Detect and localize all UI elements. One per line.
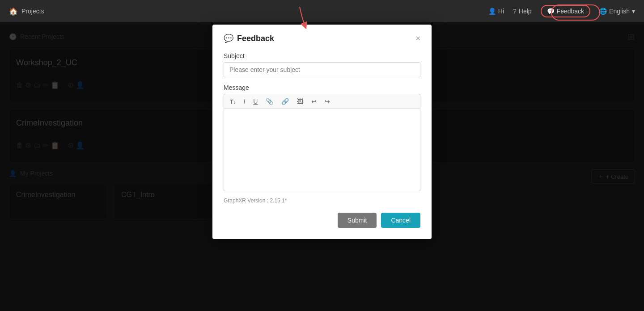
message-section: Message T↕ I U 📎 🔗 🖼 ↩ (224, 84, 420, 193)
language-nav-item[interactable]: 🌐 English ▾ (599, 8, 635, 15)
globe-icon: 🌐 (599, 8, 607, 15)
modal-feedback-icon: 💬 (224, 34, 233, 43)
submit-button[interactable]: Submit (338, 213, 377, 228)
brand-label[interactable]: Projects (21, 8, 44, 15)
help-nav-item[interactable]: ? Help (513, 8, 532, 15)
image-button[interactable]: 🖼 (296, 97, 305, 106)
italic-button[interactable]: I (242, 97, 246, 106)
help-icon: ? (513, 8, 517, 15)
feedback-modal: 💬 Feedback × Subject Message T↕ I U 📎 🔗 (212, 25, 432, 239)
user-icon: 👤 (488, 8, 496, 15)
nav-left: 🏠 Projects (9, 7, 44, 16)
modal-title: 💬 Feedback (224, 34, 274, 43)
top-nav: 🏠 Projects 👤 Hi ? Help 💬 Feedback 🌐 Engl… (0, 0, 644, 22)
language-label: English (609, 8, 630, 15)
feedback-icon: 💬 (547, 8, 555, 15)
italic-icon: I (243, 98, 245, 105)
image-icon: 🖼 (297, 98, 303, 105)
link-button[interactable]: 🔗 (280, 97, 290, 106)
redo-button[interactable]: ↪ (323, 97, 331, 106)
message-label: Message (224, 84, 420, 91)
hi-nav-item[interactable]: 👤 Hi (488, 8, 504, 15)
attachment-button[interactable]: 📎 (264, 97, 275, 106)
hi-label: Hi (498, 8, 504, 15)
format-button[interactable]: T↕ (229, 97, 237, 106)
link-icon: 🔗 (281, 98, 289, 105)
modal-title-text: Feedback (237, 34, 274, 43)
undo-icon: ↩ (311, 98, 317, 105)
subject-input[interactable] (224, 62, 420, 77)
chevron-down-icon: ▾ (632, 8, 635, 15)
undo-button[interactable]: ↩ (310, 97, 318, 106)
underline-icon: U (253, 98, 258, 105)
redo-icon: ↪ (325, 98, 330, 105)
modal-footer: Submit Cancel (224, 213, 420, 228)
message-textarea[interactable] (224, 109, 420, 191)
subject-label: Subject (224, 52, 420, 59)
feedback-nav-item[interactable]: 💬 Feedback (541, 5, 590, 17)
paperclip-icon: 📎 (266, 98, 273, 105)
help-label: Help (519, 8, 532, 15)
nav-right: 👤 Hi ? Help 💬 Feedback 🌐 English ▾ (488, 5, 635, 17)
format-icon: T (230, 98, 233, 105)
home-icon: 🏠 (9, 7, 18, 16)
modal-close-button[interactable]: × (415, 34, 420, 42)
underline-button[interactable]: U (252, 97, 259, 106)
cancel-button[interactable]: Cancel (381, 213, 420, 228)
version-text: GraphXR Version : 2.15.1* (224, 198, 420, 204)
feedback-nav-label: Feedback (557, 8, 584, 15)
editor-toolbar: T↕ I U 📎 🔗 🖼 ↩ ↪ (224, 94, 420, 109)
modal-header: 💬 Feedback × (224, 34, 420, 43)
